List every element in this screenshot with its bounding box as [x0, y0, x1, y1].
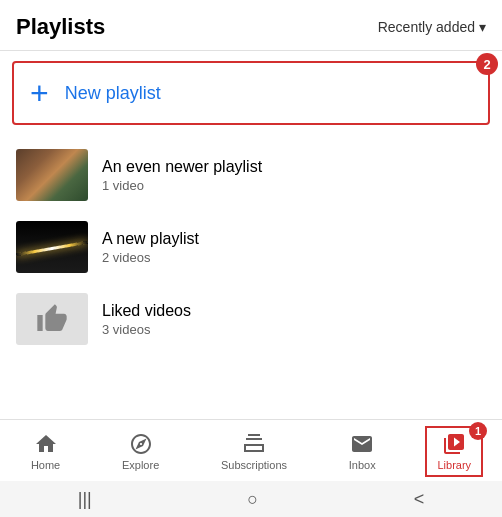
- playlist-count: 3 videos: [102, 322, 191, 337]
- nav-item-explore[interactable]: Explore: [112, 428, 169, 475]
- playlist-count: 2 videos: [102, 250, 199, 265]
- nav-label-library: Library: [437, 459, 471, 471]
- list-item[interactable]: Liked videos 3 videos: [0, 283, 502, 355]
- playlist-name: An even newer playlist: [102, 158, 262, 176]
- playlist-name: A new playlist: [102, 230, 199, 248]
- home-button[interactable]: ○: [247, 489, 258, 510]
- playlist-thumbnail: [16, 221, 88, 273]
- playlist-thumbnail: [16, 149, 88, 201]
- sort-chevron-icon: ▾: [479, 19, 486, 35]
- nav-item-library[interactable]: Library 1: [427, 428, 481, 475]
- menu-button[interactable]: |||: [78, 489, 92, 510]
- new-playlist-button[interactable]: + New playlist 2: [12, 61, 490, 125]
- list-item[interactable]: An even newer playlist 1 video: [0, 139, 502, 211]
- page-title: Playlists: [16, 14, 105, 40]
- nav-label-subscriptions: Subscriptions: [221, 459, 287, 471]
- sort-label: Recently added: [378, 19, 475, 35]
- playlist-info: An even newer playlist 1 video: [102, 158, 262, 193]
- library-icon: [442, 432, 466, 456]
- list-item[interactable]: A new playlist 2 videos: [0, 211, 502, 283]
- nav-item-inbox[interactable]: Inbox: [339, 428, 386, 475]
- nav-item-subscriptions[interactable]: Subscriptions: [211, 428, 297, 475]
- thumbsup-icon: [36, 303, 68, 335]
- bottom-nav: Home Explore Subscriptions Inbox: [0, 419, 502, 481]
- playlist-count: 1 video: [102, 178, 262, 193]
- header: Playlists Recently added ▾: [0, 0, 502, 51]
- explore-icon: [129, 432, 153, 456]
- new-playlist-badge: 2: [476, 53, 498, 75]
- home-icon: [34, 432, 58, 456]
- library-nav-badge: 1: [469, 422, 487, 440]
- playlist-name: Liked videos: [102, 302, 191, 320]
- playlist-thumbnail: [16, 293, 88, 345]
- nav-label-inbox: Inbox: [349, 459, 376, 471]
- playlist-info: Liked videos 3 videos: [102, 302, 191, 337]
- system-bar: ||| ○ <: [0, 481, 502, 517]
- inbox-icon: [350, 432, 374, 456]
- playlist-list: An even newer playlist 1 video A new pla…: [0, 135, 502, 359]
- plus-icon: +: [30, 77, 49, 109]
- nav-label-home: Home: [31, 459, 60, 471]
- nav-label-explore: Explore: [122, 459, 159, 471]
- subscriptions-icon: [242, 432, 266, 456]
- playlist-info: A new playlist 2 videos: [102, 230, 199, 265]
- sort-button[interactable]: Recently added ▾: [378, 19, 486, 35]
- back-button[interactable]: <: [414, 489, 425, 510]
- new-playlist-label: New playlist: [65, 83, 161, 104]
- nav-item-home[interactable]: Home: [21, 428, 70, 475]
